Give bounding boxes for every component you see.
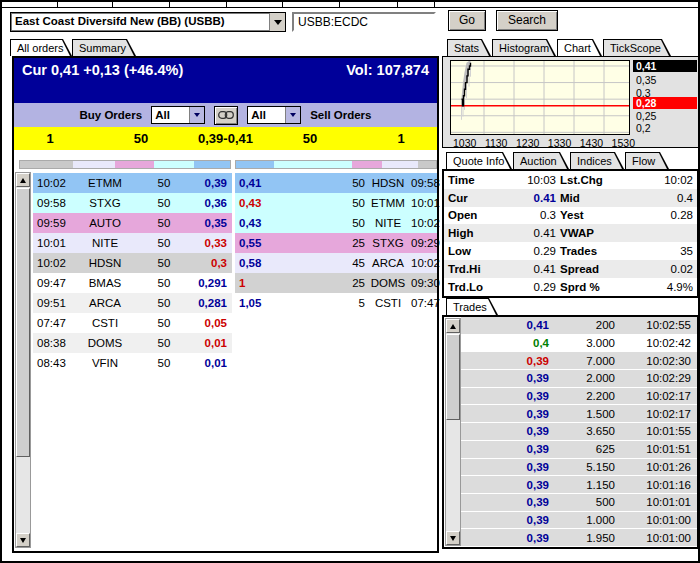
buy-order-row[interactable]: 09:59AUTO500,35 <box>33 213 232 233</box>
tab-trades[interactable]: Trades <box>446 298 498 315</box>
top-tab-strip <box>2 2 698 8</box>
trade-row[interactable]: 0,392.00010:02:29 <box>461 370 697 388</box>
sell-order-row[interactable]: 125DOMS09:30 <box>235 273 437 293</box>
x-tick: 1330 <box>548 137 571 149</box>
buy-order-count: 1 <box>14 131 86 146</box>
order-book-scrollbar[interactable] <box>15 172 31 548</box>
search-button[interactable]: Search <box>496 10 558 31</box>
chain-link-icon <box>218 110 234 120</box>
order-book: 10:02ETMM500,39 09:58STXG500,36 09:59AUT… <box>14 150 437 551</box>
buy-order-row[interactable]: 09:51ARCA500,281 <box>33 293 232 313</box>
tab-divider <box>397 2 398 8</box>
buy-order-row[interactable]: 09:58STXG500,36 <box>33 193 232 213</box>
scroll-up-button[interactable] <box>446 319 460 333</box>
sell-order-row[interactable]: 0,4350NITE10:02 <box>235 213 437 233</box>
bid-ask-spread: 0,39-0,41 <box>196 131 255 146</box>
depth-segment <box>382 161 418 168</box>
arrow-down-icon <box>20 538 26 543</box>
scroll-up-button[interactable] <box>16 173 30 187</box>
scrollbar-thumb[interactable] <box>16 188 30 457</box>
y-axis-label: 0,2 <box>633 122 697 134</box>
current-price-marker: 0,41 <box>633 60 697 72</box>
book-summary-row: 1 50 0,39-0,41 50 1 <box>14 127 437 150</box>
quote-info-row: High0.41VWAP <box>444 224 697 242</box>
sell-filter-value: All <box>248 107 285 123</box>
tab-auction[interactable]: Auction <box>513 152 569 169</box>
tab-histogram[interactable]: Histogram <box>492 39 556 56</box>
scrollbar-thumb[interactable] <box>446 334 460 420</box>
tab-divider <box>434 2 435 8</box>
trade-row[interactable]: 0,3950010:01:01 <box>461 494 697 512</box>
trade-row[interactable]: 0,43.00010:02:42 <box>461 335 697 353</box>
depth-segment <box>115 161 155 168</box>
sell-filter-dropdown[interactable]: All <box>247 106 301 124</box>
sell-order-row[interactable]: 0,4350ETMM10:01 <box>235 193 437 213</box>
arrow-up-icon <box>450 324 456 329</box>
sell-total-qty: 50 <box>255 131 365 146</box>
buy-filter-dropdown-button[interactable] <box>189 107 204 123</box>
y-axis-label: 0,25 <box>633 110 697 122</box>
tab-quote-info[interactable]: Quote Info <box>446 152 512 169</box>
trade-row[interactable]: 0,391.15010:01:16 <box>461 476 697 494</box>
link-views-button[interactable] <box>214 106 238 125</box>
sell-order-row[interactable]: 1,055CSTI07:47 <box>235 293 437 313</box>
trades-list: 0,4120010:02:55 0,43.00010:02:42 0,397.0… <box>461 317 697 547</box>
tab-indices[interactable]: Indices <box>570 152 624 169</box>
quote-info-panel: Time10:03Lst.Chg10:02 Cur0.41Mid0.4 Open… <box>442 169 699 298</box>
quote-info-row: Trd.Lo0.29Sprd %4.9% <box>444 278 697 296</box>
buy-order-row[interactable]: 08:43VFIN500,01 <box>33 353 232 373</box>
trade-row[interactable]: 0,391.95010:01:00 <box>461 529 697 547</box>
trade-row[interactable]: 0,397.00010:02:30 <box>461 352 697 370</box>
depth-segment <box>194 161 230 168</box>
tab-flow[interactable]: Flow <box>625 152 669 169</box>
scroll-down-button[interactable] <box>446 531 460 545</box>
volume: Vol: 107,874 <box>346 62 429 103</box>
trade-row[interactable]: 0,393.65010:01:55 <box>461 423 697 441</box>
buy-order-row[interactable]: 07:47CSTI500,05 <box>33 313 232 333</box>
buy-order-row[interactable]: 09:47BMAS500,291 <box>33 273 232 293</box>
sell-orders-table: 0,4150HDSN09:58 0,4350ETMM10:01 0,4350NI… <box>235 173 437 313</box>
price-chart-panel: 0,41 0,35 0,3 0,28 0,25 0,2 1030 1130 12… <box>442 56 699 148</box>
scroll-down-button[interactable] <box>16 533 30 547</box>
arrow-up-icon <box>20 178 26 183</box>
buy-order-row[interactable]: 08:38DOMS500,01 <box>33 333 232 353</box>
trade-row[interactable]: 0,395.15010:01:26 <box>461 459 697 477</box>
quote-info-row: Open0.3Yest0.28 <box>444 207 697 225</box>
tab-divider <box>282 2 283 8</box>
buy-depth-bar <box>19 160 231 169</box>
tab-stats[interactable]: Stats <box>447 39 491 56</box>
buy-order-row[interactable]: 10:01NITE500,33 <box>33 233 232 253</box>
sell-filter-dropdown-button[interactable] <box>285 107 300 123</box>
y-axis-label: 0,35 <box>633 74 697 86</box>
sell-order-row[interactable]: 0,5525STXG09:29 <box>235 233 437 253</box>
go-button[interactable]: Go <box>448 10 486 31</box>
instrument-dropdown-button[interactable] <box>269 13 285 31</box>
tab-tickscope[interactable]: TickScope <box>603 39 671 56</box>
trade-row[interactable]: 0,391.50010:02:17 <box>461 405 697 423</box>
price-chart-plot <box>450 60 630 135</box>
buy-filter-dropdown[interactable]: All <box>151 106 205 124</box>
tab-chart[interactable]: Chart <box>557 39 602 56</box>
trade-row[interactable]: 0,391.00010:01:00 <box>461 512 697 530</box>
buy-order-row[interactable]: 10:02HDSN500,3 <box>33 253 232 273</box>
sell-order-row[interactable]: 0,5845ARCA10:02 <box>235 253 437 273</box>
symbol-input[interactable] <box>292 12 436 32</box>
buy-order-row[interactable]: 10:02ETMM500,39 <box>33 173 232 193</box>
trade-row[interactable]: 0,3962510:01:51 <box>461 441 697 459</box>
chevron-down-icon <box>194 113 200 117</box>
trade-row[interactable]: 0,4120010:02:55 <box>461 317 697 335</box>
sell-order-row[interactable]: 0,4150HDSN09:58 <box>235 173 437 193</box>
current-price-change: Cur 0,41 +0,13 (+46.4%) <box>22 62 183 103</box>
quote-info-row: Trd.Hi0.41Spread0.02 <box>444 260 697 278</box>
trades-scrollbar[interactable] <box>445 318 461 546</box>
chart-y-axis: 0,41 0,35 0,3 0,28 0,25 0,2 <box>633 60 697 135</box>
tab-divider <box>339 2 340 8</box>
instrument-dropdown[interactable]: East Coast Diversifd New (BB) (USBB) <box>10 12 286 32</box>
depth-segment <box>73 161 115 168</box>
tab-summary[interactable]: Summary <box>72 39 136 56</box>
tab-all-orders[interactable]: All orders <box>10 39 72 56</box>
price-chart-svg <box>451 61 629 134</box>
quote-info-row: Cur0.41Mid0.4 <box>444 189 697 207</box>
trade-row[interactable]: 0,392.20010:02:17 <box>461 388 697 406</box>
depth-segment <box>274 161 352 168</box>
